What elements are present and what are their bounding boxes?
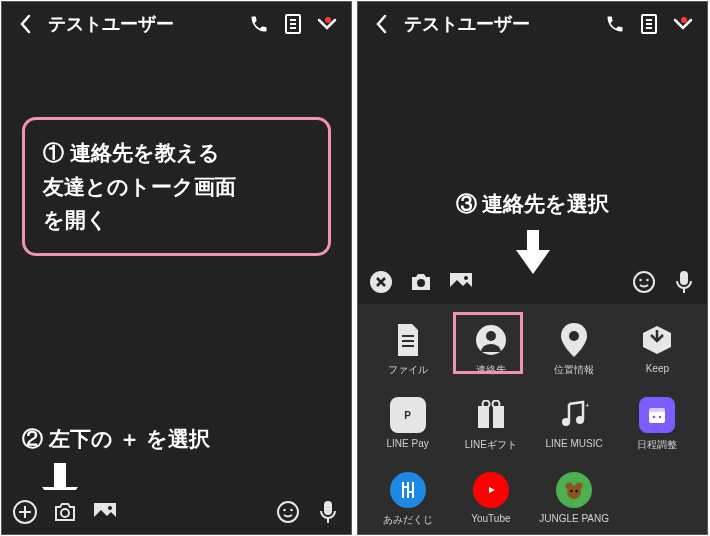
- mic-button[interactable]: [315, 499, 341, 525]
- svg-point-12: [283, 509, 286, 512]
- svg-point-50: [653, 416, 656, 419]
- svg-point-27: [634, 272, 654, 292]
- chat-header: テストユーザー: [358, 2, 707, 45]
- junglepang-icon: [556, 472, 592, 508]
- share-item-youtube[interactable]: YouTube: [449, 466, 532, 533]
- share-item-junglepang[interactable]: JUNGLE PANG: [533, 466, 616, 533]
- gallery-button[interactable]: [448, 269, 474, 295]
- camera-button[interactable]: [408, 269, 434, 295]
- notification-dot: [681, 17, 687, 23]
- linepay-icon: P: [390, 397, 426, 433]
- svg-point-28: [639, 279, 642, 282]
- instruction-step3: ③ 連絡先を選択: [358, 190, 707, 218]
- svg-point-13: [290, 509, 293, 512]
- back-button[interactable]: [14, 12, 38, 36]
- share-item-label: YouTube: [471, 513, 510, 524]
- close-attach-button[interactable]: [368, 269, 394, 295]
- menu-button[interactable]: [315, 12, 339, 36]
- share-item-label: 日程調整: [637, 438, 677, 452]
- notification-dot: [325, 17, 331, 23]
- youtube-icon: [473, 472, 509, 508]
- gallery-button[interactable]: [92, 499, 118, 525]
- instruction-step1: ① 連絡先を教える 友達とのトーク画面 を開く: [22, 117, 331, 256]
- svg-point-45: [576, 416, 584, 424]
- chat-title: テストユーザー: [404, 12, 593, 36]
- share-item-amida[interactable]: あみだくじ: [366, 466, 449, 533]
- gift-icon: [473, 397, 509, 433]
- message-input-bar: [2, 490, 351, 534]
- back-button[interactable]: [370, 12, 394, 36]
- svg-rect-4: [54, 463, 66, 489]
- mic-button[interactable]: [671, 269, 697, 295]
- svg-point-62: [575, 490, 577, 492]
- share-item-label: LINE MUSIC: [546, 438, 603, 449]
- share-item-linegift[interactable]: LINEギフト: [449, 391, 532, 458]
- svg-point-26: [464, 276, 468, 280]
- svg-point-10: [108, 506, 112, 510]
- file-icon: [390, 322, 426, 358]
- share-item-empty: [616, 466, 699, 533]
- svg-rect-49: [649, 408, 665, 412]
- chat-body: ① 連絡先を教える 友達とのトーク画面 を開く ② 左下の ＋ を選択: [2, 45, 351, 493]
- share-item-linepay[interactable]: P LINE Pay: [366, 391, 449, 458]
- share-item-keep[interactable]: Keep: [616, 316, 699, 383]
- call-button[interactable]: [603, 12, 627, 36]
- share-item-label: Keep: [646, 363, 669, 374]
- share-panel: ファイル 連絡先 位置情報 Keep P LINE Pay LINEギフト: [358, 304, 707, 535]
- share-item-file[interactable]: ファイル: [366, 316, 449, 383]
- location-icon: [556, 322, 592, 358]
- share-item-schedule[interactable]: 日程調整: [616, 391, 699, 458]
- svg-point-60: [576, 483, 583, 490]
- svg-point-24: [417, 279, 425, 287]
- emoji-button[interactable]: [631, 269, 657, 295]
- svg-rect-41: [489, 406, 493, 428]
- calendar-icon: [639, 397, 675, 433]
- music-icon: +: [556, 397, 592, 433]
- share-item-location[interactable]: 位置情報: [533, 316, 616, 383]
- chat-screen-step3: テストユーザー ③ 連絡先を選択: [357, 1, 708, 535]
- contact-highlight: [453, 312, 523, 374]
- svg-point-37: [569, 331, 579, 341]
- svg-rect-20: [527, 230, 539, 252]
- notes-button[interactable]: [281, 12, 305, 36]
- share-item-label: 位置情報: [554, 363, 594, 377]
- chat-title: テストユーザー: [48, 12, 237, 36]
- instruction-step2: ② 左下の ＋ を選択: [22, 425, 210, 453]
- share-item-label: あみだくじ: [383, 513, 433, 527]
- svg-point-61: [570, 490, 572, 492]
- camera-button[interactable]: [52, 499, 78, 525]
- notes-button[interactable]: [637, 12, 661, 36]
- keep-icon: [639, 322, 675, 358]
- svg-point-29: [646, 279, 649, 282]
- share-item-label: ファイル: [388, 363, 428, 377]
- share-item-label: LINEギフト: [465, 438, 517, 452]
- svg-point-8: [61, 509, 69, 517]
- svg-rect-30: [680, 271, 688, 285]
- svg-point-59: [566, 483, 573, 490]
- emoji-button[interactable]: [275, 499, 301, 525]
- share-item-label: JUNGLE PANG: [539, 513, 609, 524]
- chat-header: テストユーザー: [2, 2, 351, 45]
- call-button[interactable]: [247, 12, 271, 36]
- amida-icon: [390, 472, 426, 508]
- share-item-linemusic[interactable]: + LINE MUSIC: [533, 391, 616, 458]
- chat-screen-step12: テストユーザー ① 連絡先を教える 友達とのトーク画面 を開く ② 左下の ＋ …: [1, 1, 352, 535]
- share-grid: ファイル 連絡先 位置情報 Keep P LINE Pay LINEギフト: [358, 316, 707, 533]
- menu-button[interactable]: [671, 12, 695, 36]
- chat-body: ③ 連絡先を選択: [358, 45, 707, 260]
- svg-rect-14: [324, 501, 332, 515]
- share-item-label: LINE Pay: [387, 438, 429, 449]
- svg-text:+: +: [585, 401, 589, 410]
- arrow-down-icon: [516, 230, 550, 274]
- svg-point-51: [659, 416, 662, 419]
- attach-plus-button[interactable]: [12, 499, 38, 525]
- svg-point-11: [278, 502, 298, 522]
